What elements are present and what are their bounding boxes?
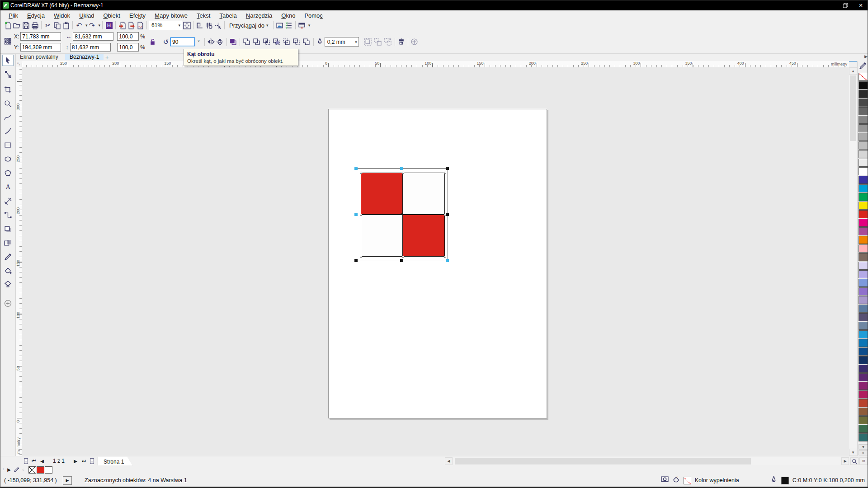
color-swatch[interactable] xyxy=(859,124,868,132)
color-swatch[interactable] xyxy=(859,107,868,115)
mirror-vertical-icon[interactable] xyxy=(216,38,225,47)
menu-tabela[interactable]: Tabela xyxy=(215,11,241,20)
polygon-tool[interactable] xyxy=(2,167,14,178)
back-minus-front-icon[interactable] xyxy=(292,38,302,47)
selection-handle-bottom-left[interactable] xyxy=(354,259,358,262)
ungroup-icon[interactable] xyxy=(373,38,383,47)
color-swatch[interactable] xyxy=(859,322,868,330)
document-palette-eyedropper-icon[interactable] xyxy=(12,466,20,474)
create-boundary-icon[interactable] xyxy=(302,38,311,47)
vertical-scroll-thumb[interactable] xyxy=(850,75,856,141)
color-swatch[interactable] xyxy=(859,382,868,390)
menu-mapy-bitowe[interactable]: Mapy bitowe xyxy=(150,11,192,20)
color-swatch[interactable] xyxy=(859,365,868,373)
color-eyedropper-tool[interactable] xyxy=(2,251,14,263)
connector-tool[interactable] xyxy=(2,210,14,221)
color-swatch[interactable] xyxy=(859,167,868,175)
add-page-before-icon[interactable] xyxy=(22,457,30,465)
snap-to-button[interactable]: Przyciągaj do▾ xyxy=(226,22,271,29)
menu-okno[interactable]: Okno xyxy=(277,11,300,20)
color-swatch[interactable] xyxy=(859,236,868,244)
add-tools-button[interactable] xyxy=(2,298,14,309)
palette-scroll-down-icon[interactable]: ▼ xyxy=(859,444,868,450)
selection-handle-bottom-right[interactable] xyxy=(446,259,449,262)
menu-widok[interactable]: Widok xyxy=(49,11,75,20)
cut-icon[interactable]: ✂ xyxy=(43,21,52,30)
color-swatch[interactable] xyxy=(859,202,868,210)
color-swatch[interactable] xyxy=(859,81,868,89)
outline-width-combo[interactable]: 0,2 mm▾ xyxy=(325,37,359,47)
ungroup-all-icon[interactable] xyxy=(383,38,393,47)
full-screen-preview-icon[interactable] xyxy=(195,21,204,30)
ruler-origin-button[interactable]: ⤡ xyxy=(15,61,22,68)
color-swatch[interactable] xyxy=(859,416,868,424)
doc-color-swatch[interactable] xyxy=(45,466,52,474)
x-position-input[interactable] xyxy=(20,32,61,41)
next-page-icon[interactable]: ▶ xyxy=(71,457,80,465)
ellipse-tool[interactable] xyxy=(2,153,14,164)
show-grid-icon[interactable] xyxy=(204,21,213,30)
snap-options-icon[interactable] xyxy=(213,21,222,30)
group-icon[interactable] xyxy=(363,38,373,47)
color-swatch[interactable] xyxy=(859,244,868,253)
document-page[interactable] xyxy=(328,109,547,418)
outline-color-swatch[interactable] xyxy=(781,477,789,484)
y-position-input[interactable] xyxy=(20,43,61,52)
color-swatch[interactable] xyxy=(859,356,868,364)
intersect-icon[interactable] xyxy=(262,38,272,47)
fill-color-swatch[interactable] xyxy=(684,477,691,484)
color-swatch[interactable] xyxy=(859,347,868,356)
redo-icon[interactable]: ↷ xyxy=(88,21,97,30)
print-icon[interactable] xyxy=(30,21,39,30)
color-swatch[interactable] xyxy=(859,219,868,227)
menu-układ[interactable]: Układ xyxy=(75,11,99,20)
rectangle-tool[interactable] xyxy=(2,139,14,150)
new-tab-button[interactable]: + xyxy=(101,54,113,60)
color-swatch[interactable] xyxy=(859,99,868,107)
horizontal-scrollbar[interactable] xyxy=(453,457,841,465)
outline-pen-status-icon[interactable] xyxy=(770,476,778,485)
page-tab[interactable]: Strona 1 xyxy=(98,457,132,466)
drawing-canvas[interactable]: ✕ xyxy=(22,67,849,456)
horizontal-ruler[interactable]: milimetry 250200150100500501001502002503… xyxy=(22,61,849,68)
menu-plik[interactable]: Plik xyxy=(4,11,23,20)
selection-handle-top-mid[interactable] xyxy=(400,167,403,170)
front-minus-back-icon[interactable] xyxy=(282,38,292,47)
menu-tekst[interactable]: Tekst xyxy=(192,11,215,20)
open-icon[interactable] xyxy=(12,21,21,30)
selection-handle-bottom-mid[interactable] xyxy=(400,259,403,262)
color-swatch[interactable] xyxy=(859,150,868,158)
artistic-media-tool[interactable] xyxy=(2,126,14,137)
menu-pomoc[interactable]: Pomoc xyxy=(300,11,327,20)
menu-efekty[interactable]: Efekty xyxy=(125,11,150,20)
scale-v-input[interactable] xyxy=(117,43,139,52)
color-swatch[interactable] xyxy=(859,313,868,321)
color-swatch[interactable] xyxy=(859,279,868,287)
menu-narzędzia[interactable]: Narzędzia xyxy=(241,11,277,20)
minimize-button[interactable] xyxy=(822,0,838,10)
scroll-left-icon[interactable]: ◀ xyxy=(445,457,453,465)
color-swatch[interactable] xyxy=(859,305,868,313)
menu-obiekt[interactable]: Obiekt xyxy=(99,11,125,20)
color-swatch[interactable] xyxy=(859,262,868,270)
color-swatch[interactable] xyxy=(859,253,868,261)
color-swatch[interactable] xyxy=(859,399,868,407)
color-swatch[interactable] xyxy=(859,390,868,399)
weld-icon[interactable] xyxy=(242,38,252,47)
color-swatch[interactable] xyxy=(859,270,868,278)
pick-tool[interactable] xyxy=(2,55,14,66)
color-swatch[interactable] xyxy=(859,433,868,441)
zoom-fit-page-icon[interactable] xyxy=(850,457,859,465)
pan-icon[interactable] xyxy=(182,21,191,30)
tracking-play-icon[interactable]: ▶ xyxy=(63,476,72,485)
color-swatch[interactable] xyxy=(859,141,868,150)
color-swatch[interactable] xyxy=(859,176,868,184)
shape-tool[interactable] xyxy=(2,69,14,80)
close-button[interactable]: ✕ xyxy=(853,0,868,10)
palette-expand-icon[interactable]: » xyxy=(859,450,868,455)
first-page-icon[interactable]: ⏮ xyxy=(30,457,38,465)
smart-fill-tool[interactable] xyxy=(2,279,14,290)
drop-shadow-tool[interactable] xyxy=(2,224,14,235)
window-display-icon[interactable] xyxy=(297,21,307,30)
proof-colors-icon[interactable] xyxy=(661,476,669,485)
